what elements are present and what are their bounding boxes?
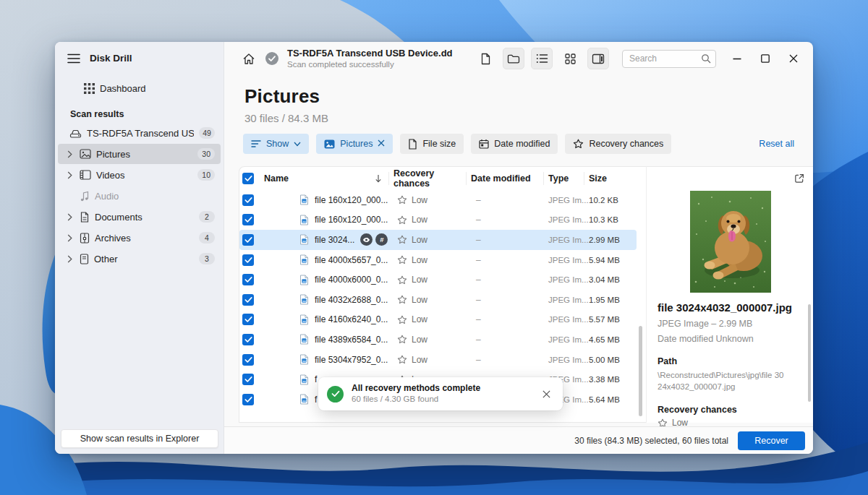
row-checkbox[interactable] <box>242 274 254 285</box>
count-badge: 2 <box>199 211 215 223</box>
sidebar-item-dashboard[interactable]: Dashboard <box>58 78 221 98</box>
file-type-value: JPEG Im... <box>548 335 589 344</box>
sidebar-item-audio[interactable]: Audio <box>58 186 221 206</box>
table-row[interactable]: file 4032x2688_0... # Low – JPEG Im... 1… <box>239 290 637 310</box>
preview-eye-badge-icon <box>360 233 373 246</box>
table-body: file 160x120_000... # Low – JPEG Im... 1… <box>239 190 646 410</box>
sidebar-item-device[interactable]: TS-RDF5A Transcend USB D... 49 <box>58 123 221 143</box>
file-name: f <box>315 395 317 405</box>
preview-scrollbar[interactable] <box>808 304 811 402</box>
dashboard-grid-icon <box>84 83 95 94</box>
file-type-value: JPEG Im... <box>548 256 589 264</box>
count-badge: 10 <box>197 169 215 181</box>
table-row[interactable]: file 4160x6240_0... # Low – JPEG Im... 5… <box>239 310 637 330</box>
file-name: file 4000x6000_0... <box>315 275 388 285</box>
column-header-date[interactable]: Date modified <box>466 172 548 185</box>
chevron-right-icon <box>67 234 75 242</box>
reset-all-link[interactable]: Reset all <box>759 139 794 149</box>
remove-filter-icon[interactable] <box>378 139 385 149</box>
count-badge: 30 <box>197 148 215 160</box>
preview-path-label: Path <box>658 356 803 366</box>
table-row[interactable]: file 4389x6584_0... # Low – JPEG Im... 4… <box>239 330 637 350</box>
row-checkbox[interactable] <box>242 354 254 366</box>
count-badge: 3 <box>199 253 215 264</box>
file-name: file 5304x7952_0... <box>315 355 388 365</box>
hamburger-menu-icon[interactable] <box>67 53 80 64</box>
footer-bar: 30 files (84.3 MB) selected, 60 files to… <box>224 427 813 454</box>
table-row[interactable]: file 160x120_000... # Low – JPEG Im... 1… <box>239 190 637 210</box>
audio-note-icon <box>80 191 90 202</box>
table-row[interactable]: file 5304x7952_0... # Low – JPEG Im... 5… <box>239 350 637 370</box>
table-row[interactable]: file 4000x6000_0... # Low – JPEG Im... 3… <box>239 270 637 290</box>
file-size-value: 10.3 KB <box>589 215 637 224</box>
column-header-type[interactable]: Type <box>543 172 589 185</box>
date-modified-filter-button[interactable]: Date modified <box>471 134 558 154</box>
show-in-explorer-button[interactable]: Show scan results in Explorer <box>61 429 218 448</box>
row-checkbox[interactable] <box>242 254 254 266</box>
image-file-icon <box>299 394 309 405</box>
sidebar-item-other[interactable]: Other 3 <box>58 249 221 269</box>
grid-view-icon[interactable] <box>559 48 581 69</box>
table-row[interactable]: file 160x120_000... # Low – JPEG Im... 1… <box>239 210 637 231</box>
maximize-button[interactable] <box>760 53 770 64</box>
sidebar-item-archives[interactable]: Archives 4 <box>58 228 221 248</box>
new-file-icon[interactable] <box>475 48 496 69</box>
sidebar-item-documents[interactable]: Documents 2 <box>58 207 221 227</box>
chevron-right-icon <box>67 255 75 263</box>
image-file-icon <box>299 294 309 305</box>
sidebar-item-videos[interactable]: Videos 10 <box>58 165 221 185</box>
row-checkbox[interactable] <box>242 214 254 225</box>
date-modified-value: – <box>471 215 548 225</box>
date-modified-value: – <box>471 275 548 285</box>
list-view-icon[interactable] <box>531 48 553 69</box>
date-modified-value: – <box>471 295 548 305</box>
open-external-icon[interactable] <box>793 173 805 187</box>
table-row[interactable]: file 4000x5657_0... # Low – JPEG Im... 5… <box>239 250 637 270</box>
file-size-value: 1.95 MB <box>589 296 637 304</box>
recovery-chance-value: Low <box>412 295 427 305</box>
column-header-name[interactable]: Name <box>261 172 393 185</box>
select-all-checkbox[interactable] <box>242 173 254 184</box>
column-header-recovery[interactable]: Recovery chances <box>388 172 471 185</box>
file-size-filter-button[interactable]: File size <box>400 134 464 154</box>
sidebar-item-pictures[interactable]: Pictures 30 <box>58 144 221 164</box>
sidebar-header: Disk Drill <box>55 42 224 71</box>
table-scrollbar[interactable] <box>639 326 642 416</box>
row-checkbox[interactable] <box>242 334 254 345</box>
pictures-filter-chip[interactable]: Pictures <box>316 134 393 154</box>
scan-title: TS-RDF5A Transcend USB Device.dd <box>287 48 453 59</box>
file-type-value: JPEG Im... <box>548 296 589 304</box>
minimize-button[interactable] <box>732 53 742 64</box>
chevron-down-icon <box>294 139 301 149</box>
image-file-icon <box>299 215 309 225</box>
close-button[interactable] <box>788 53 799 64</box>
preview-image-dog[interactable] <box>690 191 771 293</box>
recover-button[interactable]: Recover <box>738 431 805 450</box>
toast-close-icon[interactable] <box>539 387 554 402</box>
row-checkbox[interactable] <box>242 394 254 405</box>
star-icon <box>397 315 407 324</box>
image-file-icon <box>299 275 309 285</box>
chevron-right-icon <box>67 171 75 179</box>
row-checkbox[interactable] <box>242 234 254 246</box>
preview-date-modified: Date modified Unknown <box>658 334 803 344</box>
sidebar-item-label: TS-RDF5A Transcend USB D... <box>87 128 194 139</box>
preview-panel: file 3024x4032_000007.jpg JPEG Image – 2… <box>646 166 813 423</box>
show-filter-button[interactable]: Show <box>243 134 309 154</box>
file-size-value: 3.04 MB <box>589 275 637 284</box>
column-header-size[interactable]: Size <box>584 172 646 185</box>
row-checkbox[interactable] <box>242 374 254 385</box>
row-checkbox[interactable] <box>242 314 254 325</box>
row-checkbox[interactable] <box>242 194 254 206</box>
home-icon[interactable] <box>242 53 255 65</box>
table-row[interactable]: file 3024... # Low – JPEG Im... 2.99 MB <box>239 230 637 250</box>
preview-panel-toggle-icon[interactable] <box>587 48 609 69</box>
recovery-chance-value: Low <box>412 235 427 245</box>
row-checkbox[interactable] <box>242 294 254 306</box>
page-subtitle: 30 files / 84.3 MB <box>244 112 813 124</box>
star-icon <box>573 139 584 149</box>
file-type-value: JPEG Im... <box>548 196 589 205</box>
folder-view-icon[interactable] <box>503 48 524 69</box>
recovery-chances-filter-button[interactable]: Recovery chances <box>565 134 671 154</box>
date-modified-value: – <box>471 255 548 265</box>
